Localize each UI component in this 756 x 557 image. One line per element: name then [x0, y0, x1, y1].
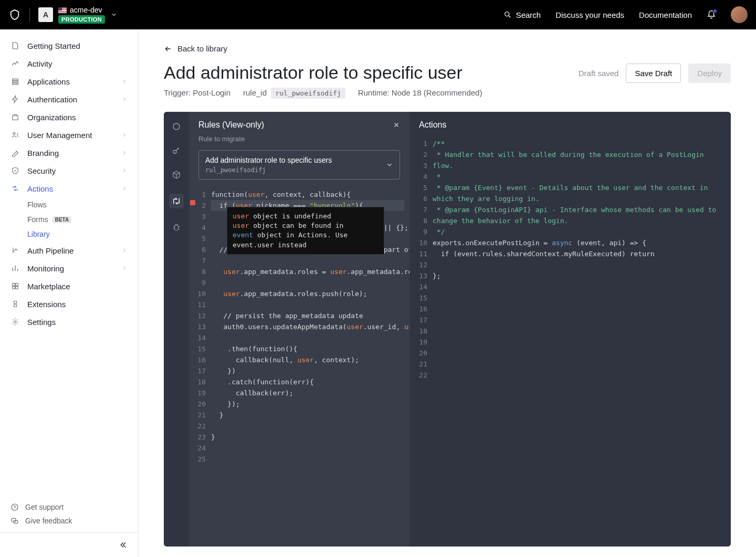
nav-icon: [10, 59, 20, 68]
beta-badge: BETA: [52, 216, 71, 223]
collapse-sidebar-button[interactable]: [0, 532, 138, 557]
env-badge: PRODUCTION: [58, 15, 105, 24]
user-avatar[interactable]: [731, 6, 748, 23]
sidebar-item-auth-pipeline[interactable]: Auth Pipeline: [0, 241, 138, 259]
nav-label: Authentication: [27, 95, 77, 104]
tenant-initial[interactable]: A: [38, 7, 53, 22]
runtime-value: Node 18 (Recommended): [392, 88, 482, 97]
trigger-value: Post-Login: [193, 88, 230, 97]
sidebar-item-monitoring[interactable]: Monitoring: [0, 259, 138, 277]
page-meta: Trigger: Post-Login rule_id rul_pwoeifso…: [164, 88, 731, 97]
sidebar-item-getting-started[interactable]: Getting Started: [0, 37, 138, 55]
sidebar-item-activity[interactable]: Activity: [0, 55, 138, 72]
rule-selector[interactable]: Add administrator role to specific users…: [198, 150, 400, 180]
svg-rect-2: [13, 81, 18, 82]
rules-code[interactable]: 1234567891011121314151617181920212223242…: [189, 187, 410, 547]
chevron-right-icon: [121, 167, 128, 174]
sidebar-item-security[interactable]: Security: [0, 162, 138, 180]
nav-icon: [10, 246, 20, 255]
rail-debug-icon[interactable]: [171, 222, 182, 233]
get-support-link[interactable]: Get support: [10, 503, 128, 511]
editor-icon-rail: [164, 112, 189, 547]
divider: [29, 8, 30, 21]
page-title: Add administrator role to specific user: [164, 62, 463, 83]
nav-icon: [10, 184, 20, 193]
back-to-library-link[interactable]: Back to library: [164, 44, 731, 53]
sidebar-item-authentication[interactable]: Authentication: [0, 90, 138, 108]
svg-point-10: [14, 321, 16, 323]
svg-rect-9: [16, 287, 18, 289]
give-feedback-link[interactable]: Give feedback: [10, 517, 128, 525]
nav-label: Activity: [27, 59, 52, 68]
rule-id-display: rul_pwoeifsodifj: [205, 166, 332, 174]
sidebar-item-branding[interactable]: Branding: [0, 144, 138, 162]
sidebar-item-actions[interactable]: Actions: [0, 180, 138, 197]
topbar-actions: Search Discuss your needs Documentation: [503, 6, 748, 23]
rail-migrate-icon[interactable]: [169, 194, 184, 208]
sidebar-item-marketplace[interactable]: Marketplace: [0, 277, 138, 295]
svg-point-0: [505, 12, 509, 16]
documentation-link[interactable]: Documentation: [639, 10, 692, 19]
actions-code[interactable]: 12345678910111213141516171819202122 /** …: [410, 138, 731, 547]
nav-icon: [10, 281, 20, 291]
sidebar-sub-forms[interactable]: Forms BETA: [0, 212, 138, 227]
search-label: Search: [516, 10, 541, 19]
tenant-name: acme-dev: [70, 6, 102, 14]
sidebar-item-applications[interactable]: Applications: [0, 72, 138, 90]
chevron-down-icon[interactable]: [110, 11, 118, 18]
search-button[interactable]: Search: [503, 10, 541, 19]
chevron-right-icon: [121, 150, 128, 156]
nav-label: Marketplace: [27, 282, 70, 291]
svg-rect-7: [16, 283, 18, 286]
editor: Rules (View-only) Rule to migrate Add ad…: [164, 112, 731, 547]
nav-label: Monitoring: [27, 264, 64, 273]
actions-panel: Actions 12345678910111213141516171819202…: [410, 112, 731, 547]
sidebar-item-settings[interactable]: Settings: [0, 313, 138, 331]
deploy-button[interactable]: Deploy: [688, 64, 731, 83]
error-marker-icon: [190, 200, 195, 205]
nav-label: Actions: [27, 184, 53, 193]
nav-label: Organizations: [27, 113, 76, 122]
save-draft-button[interactable]: Save Draft: [626, 64, 681, 83]
nav-label: Settings: [27, 318, 56, 327]
nav-icon: [10, 41, 20, 50]
chevron-down-icon: [386, 161, 393, 169]
chevron-right-icon: [121, 132, 128, 138]
svg-rect-1: [13, 79, 18, 80]
tenant-selector[interactable]: acme-dev PRODUCTION: [58, 6, 105, 24]
sidebar-item-organizations[interactable]: Organizations: [0, 108, 138, 126]
nav-label: Getting Started: [27, 41, 80, 50]
nav-icon: [10, 130, 20, 140]
chevron-right-icon: [121, 96, 128, 102]
nav-label: Extensions: [27, 300, 66, 309]
back-label: Back to library: [177, 44, 227, 53]
support-label: Get support: [25, 503, 64, 511]
feedback-label: Give feedback: [25, 517, 72, 525]
close-icon[interactable]: [393, 121, 400, 129]
us-flag-icon: [58, 7, 67, 13]
rules-panel-title: Rules (View-only): [198, 120, 264, 130]
draft-saved-status: Draft saved: [579, 69, 619, 78]
sidebar-item-user-management[interactable]: User Management: [0, 126, 138, 144]
error-tooltip: user object is undefined user object can…: [227, 207, 384, 255]
brand-logo[interactable]: [8, 8, 21, 21]
sidebar: Getting StartedActivityApplicationsAuthe…: [0, 29, 139, 557]
nav-icon: [10, 112, 20, 122]
nav-label: User Management: [27, 131, 92, 140]
runtime-label: Runtime:: [358, 88, 390, 97]
nav-icon: [10, 166, 20, 175]
svg-point-15: [173, 150, 176, 153]
sidebar-sub-library[interactable]: Library: [0, 227, 138, 241]
sidebar-sub-flows[interactable]: Flows: [0, 197, 138, 212]
trigger-label: Trigger:: [164, 88, 191, 97]
chevron-right-icon: [121, 78, 128, 85]
rail-test-icon[interactable]: [171, 121, 182, 132]
notifications-button[interactable]: [707, 10, 716, 19]
sidebar-item-extensions[interactable]: Extensions: [0, 295, 138, 313]
actions-panel-title: Actions: [410, 112, 731, 138]
discuss-link[interactable]: Discuss your needs: [555, 10, 624, 19]
chevron-right-icon: [121, 185, 128, 192]
rail-key-icon[interactable]: [171, 145, 182, 156]
rail-package-icon[interactable]: [171, 170, 182, 180]
sidebar-footer: Get support Give feedback: [0, 496, 138, 532]
